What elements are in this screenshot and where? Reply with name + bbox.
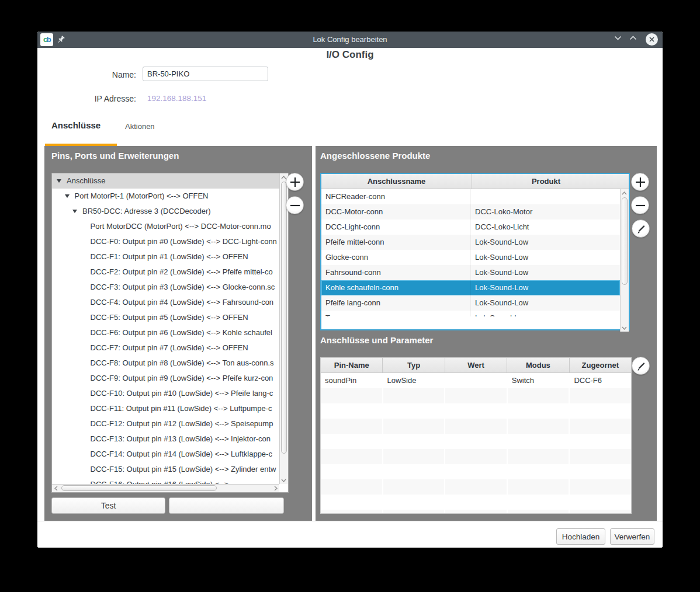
scroll-up-icon[interactable] — [621, 189, 628, 197]
param-row-empty[interactable] — [321, 434, 631, 449]
tree-item[interactable]: DCC-F6: Output pin #6 (LowSide) <--> Koh… — [52, 325, 279, 340]
param-cell — [570, 495, 631, 510]
param-cell — [570, 510, 631, 513]
param-row-empty[interactable] — [321, 464, 631, 479]
secondary-button[interactable] — [169, 497, 284, 514]
product-row[interactable]: NFCReader-conn — [321, 189, 620, 204]
product-cell-anschlussname: Ton aus-conn — [321, 311, 471, 316]
tree-item[interactable]: DCC-F8: Output pin #8 (LowSide) <--> Ton… — [52, 356, 279, 371]
tree-item[interactable]: Port MotorDCC (MotorPort) <--> DCC-Motor… — [52, 219, 279, 234]
product-cell-produkt: Lok-Sound-Low — [471, 265, 619, 280]
tab-anschluesse[interactable]: Anschlüsse — [51, 120, 101, 130]
tree-expander-icon[interactable] — [65, 194, 70, 198]
tree-item[interactable]: DCC-F16: Output pin #16 (LowSide) <--> — [52, 477, 279, 484]
param-edit-button[interactable] — [632, 357, 650, 375]
tree-item[interactable]: DCC-F9: Output pin #9 (LowSide) <--> Pfe… — [52, 371, 279, 386]
tree-item-label: Port MotorDCC (MotorPort) <--> DCC-Motor… — [91, 219, 271, 234]
tree-remove-button[interactable] — [286, 196, 304, 214]
products-vscroll-thumb[interactable] — [622, 197, 628, 285]
tree-item[interactable]: Anschlüsse — [52, 173, 279, 189]
tree-item[interactable]: DCC-F12: Output pin #12 (LowSide) <--> S… — [52, 416, 279, 431]
params-table: Pin-Name Typ Wert Modus Zugeornet soundP… — [320, 357, 632, 514]
product-add-button[interactable] — [631, 173, 649, 191]
name-input[interactable] — [143, 67, 268, 81]
close-icon[interactable] — [646, 33, 658, 46]
tree-item[interactable]: DCC-F13: Output pin #13 (LowSide) <--> I… — [52, 431, 279, 447]
product-row[interactable]: Pfeife lang-connLok-Sound-Low — [321, 295, 620, 311]
scroll-left-icon[interactable] — [52, 485, 60, 492]
col-modus[interactable]: Modus — [507, 358, 569, 372]
tree-expander-icon[interactable] — [72, 210, 77, 213]
param-cell — [383, 434, 446, 449]
product-row[interactable]: DCC-Light-connDCC-Loko-Licht — [321, 220, 620, 235]
product-cell-anschlussname: Pfeife lang-conn — [321, 295, 471, 311]
col-typ[interactable]: Typ — [383, 358, 445, 372]
minimize-icon[interactable] — [614, 36, 624, 44]
col-produkt[interactable]: Produkt — [472, 174, 620, 189]
tree-hscroll-thumb[interactable] — [61, 485, 217, 491]
scroll-down-icon[interactable] — [621, 324, 628, 332]
param-row-empty[interactable] — [321, 419, 631, 434]
tree-item[interactable]: DCC-F3: Output pin #3 (LowSide) <--> Glo… — [52, 280, 279, 295]
test-button[interactable]: Test — [51, 497, 165, 514]
param-cell — [383, 449, 446, 464]
param-row[interactable]: soundPinLowSideSwitchDCC-F6 — [321, 373, 631, 388]
param-cell — [570, 419, 631, 434]
tree-add-button[interactable] — [286, 173, 304, 191]
tree-item-label: DCC-F10: Output pin #10 (LowSide) <--> P… — [91, 386, 273, 401]
param-row-empty[interactable] — [321, 449, 631, 464]
tree-item[interactable]: DCC-F15: Output pin #15 (LowSide) <--> Z… — [52, 462, 279, 477]
tree-rows: AnschlüssePort MotorPt-1 (MotorPort) <--… — [52, 173, 279, 484]
product-row[interactable]: Kohle schaufeln-connLok-Sound-Low — [321, 280, 620, 295]
param-row-empty[interactable] — [321, 479, 631, 495]
tab-aktionen[interactable]: Aktionen — [125, 122, 155, 131]
product-remove-button[interactable] — [631, 196, 649, 214]
product-row[interactable]: DCC-Motor-connDCC-Loko-Motor — [321, 204, 620, 220]
col-wert[interactable]: Wert — [445, 358, 507, 372]
product-row[interactable]: Ton aus-connLok-Sound-Low — [321, 311, 620, 316]
tree-item[interactable]: DCC-F1: Output pin #1 (LowSide) <--> OFF… — [52, 249, 279, 264]
product-row[interactable]: Fahrsound-connLok-Sound-Low — [321, 265, 620, 280]
product-row[interactable]: Pfeife mittel-connLok-Sound-Low — [321, 235, 620, 250]
col-pin-name[interactable]: Pin-Name — [321, 358, 383, 372]
tree-vertical-scrollbar[interactable] — [279, 173, 288, 484]
param-cell — [570, 479, 631, 495]
pencil-icon — [635, 223, 647, 235]
tree-expander-icon[interactable] — [57, 179, 61, 183]
products-vertical-scrollbar[interactable] — [620, 189, 629, 332]
tree-item[interactable]: Port MotorPt-1 (MotorPort) <--> OFFEN — [52, 189, 279, 204]
param-row-empty[interactable] — [321, 495, 631, 510]
tree-vscroll-thumb[interactable] — [281, 182, 287, 454]
maximize-icon[interactable] — [629, 36, 639, 44]
param-row-empty[interactable] — [321, 510, 631, 513]
product-cell-anschlussname: DCC-Light-conn — [321, 220, 471, 235]
product-cell-produkt: Lok-Sound-Low — [471, 250, 619, 265]
product-row[interactable]: Glocke-connLok-Sound-Low — [321, 250, 620, 265]
tree-item[interactable]: DCC-F0: Output pin #0 (LowSide) <--> DCC… — [52, 234, 279, 249]
tree-item[interactable]: BR50-DCC: Adresse 3 (DCCDecoder) — [52, 204, 279, 219]
tree-item[interactable]: DCC-F5: Output pin #5 (LowSide) <--> OFF… — [52, 310, 279, 325]
col-anschlussname[interactable]: Anschlussname — [321, 174, 472, 189]
param-cell — [321, 449, 383, 464]
col-zugeornet[interactable]: Zugeornet — [570, 358, 631, 372]
tree-horizontal-scrollbar[interactable] — [52, 484, 279, 492]
tree-item[interactable]: DCC-F4: Output pin #4 (LowSide) <--> Fah… — [52, 295, 279, 310]
scroll-right-icon[interactable] — [272, 485, 279, 492]
tree-item[interactable]: DCC-F2: Output pin #2 (LowSide) <--> Pfe… — [52, 264, 279, 280]
products-rows: NFCReader-connDCC-Motor-connDCC-Loko-Mot… — [321, 189, 620, 316]
footer: Hochladen Verwerfen — [37, 521, 663, 548]
product-edit-button[interactable] — [632, 220, 650, 238]
tree-item[interactable]: DCC-F7: Output pin #7 (LowSide) <--> OFF… — [52, 340, 279, 356]
param-cell — [508, 495, 570, 510]
pencil-icon — [635, 360, 647, 372]
discard-button[interactable]: Verwerfen — [610, 528, 654, 545]
tree-item[interactable]: DCC-F11: Output pin #11 (LowSide) <--> L… — [52, 401, 279, 416]
scroll-down-icon[interactable] — [280, 476, 287, 484]
tree-item[interactable]: DCC-F14: Output pin #14 (LowSide) <--> L… — [52, 447, 279, 462]
param-row-empty[interactable] — [321, 388, 631, 403]
param-cell — [445, 388, 508, 403]
upload-button[interactable]: Hochladen — [556, 528, 605, 545]
product-cell-produkt: Lok-Sound-Low — [471, 280, 619, 295]
param-row-empty[interactable] — [321, 403, 631, 419]
tree-item[interactable]: DCC-F10: Output pin #10 (LowSide) <--> P… — [52, 386, 279, 401]
